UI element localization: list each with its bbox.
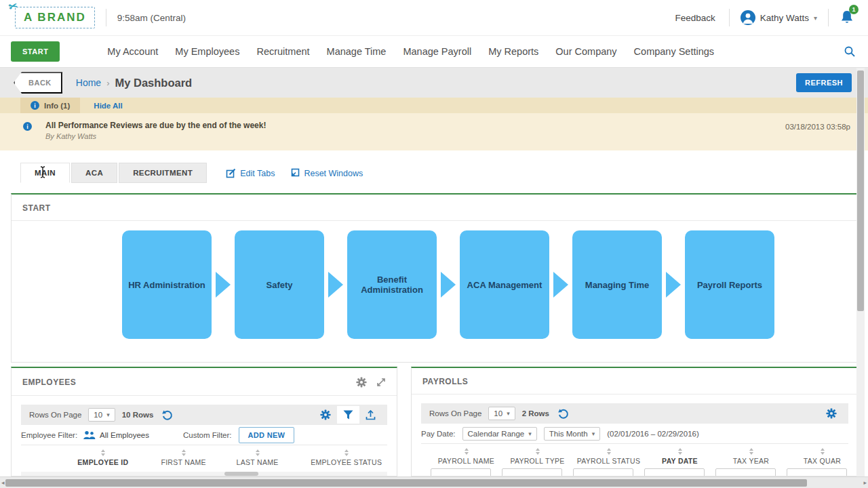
hide-all-link[interactable]: Hide All	[94, 98, 122, 113]
flow-step-payroll-reports[interactable]: Payroll Reports	[685, 230, 774, 339]
column-filter-input[interactable]	[431, 468, 491, 476]
column-label: TAX QUAR	[804, 457, 841, 465]
column-first-name[interactable]: FIRST NAME	[149, 449, 219, 466]
sort-icon[interactable]	[749, 448, 753, 455]
flow-step-managing-time[interactable]: Managing Time	[572, 230, 662, 339]
column-payroll-name[interactable]: PAYROLL NAME	[431, 448, 502, 465]
nav-item-company-settings[interactable]: Company Settings	[634, 46, 714, 57]
column-filter-input[interactable]	[715, 468, 776, 476]
notifications-button[interactable]: 1	[840, 9, 854, 26]
flow-step-hr-administration[interactable]: HR Administration	[122, 230, 212, 339]
rows-on-page-label: Rows On Page	[429, 409, 481, 418]
column-label: PAYROLL STATUS	[577, 457, 640, 465]
flow-step-safety[interactable]: Safety	[235, 230, 324, 339]
export-button[interactable]	[359, 406, 382, 424]
gear-icon[interactable]	[356, 377, 367, 388]
tab-aca[interactable]: ACA	[71, 163, 117, 183]
nav-item-manage-time[interactable]: Manage Time	[327, 46, 387, 57]
tab-recruitment[interactable]: RECRUITMENT	[119, 163, 207, 183]
sort-icon[interactable]	[182, 449, 186, 456]
horizontal-scrollbar[interactable]: ◂ ▸	[0, 476, 868, 488]
refresh-icon[interactable]	[557, 408, 569, 420]
period-select[interactable]: This Month ▾	[544, 427, 600, 441]
flow-step-aca-management[interactable]: ACA Management	[460, 230, 549, 339]
info-tab-label: Info (1)	[44, 102, 70, 110]
scrollbar-thumb[interactable]	[857, 70, 864, 311]
brand-logo[interactable]: ✂ A BRAND	[15, 7, 95, 28]
sort-icon[interactable]	[344, 449, 349, 456]
add-new-filter-button[interactable]: ADD NEW	[239, 427, 295, 443]
column-tax-year[interactable]: TAX YEAR	[715, 448, 787, 465]
employees-horizontal-scrollbar[interactable]	[21, 472, 387, 476]
column-pay-date[interactable]: PAY DATE	[644, 448, 715, 465]
column-filter-input[interactable]	[644, 468, 705, 476]
column-employee-id[interactable]: EMPLOYEE ID	[58, 449, 149, 466]
column-filter-input[interactable]	[502, 468, 562, 476]
arrow-right-icon	[441, 272, 456, 298]
rows-per-page-select[interactable]: 10 ▾	[488, 407, 515, 420]
employee-filter-value[interactable]: All Employees	[100, 431, 149, 439]
employees-people-icon	[83, 430, 96, 440]
feedback-link[interactable]: Feedback	[675, 13, 715, 23]
brand-logo-text: A BRAND	[24, 11, 86, 24]
sort-icon[interactable]	[821, 448, 825, 455]
search-button[interactable]	[844, 45, 856, 58]
nav-item-our-company[interactable]: Our Company	[555, 46, 616, 57]
column-label: TAX YEAR	[733, 457, 769, 465]
sort-icon[interactable]	[536, 448, 540, 455]
alert-timestamp: 03/18/2013 03:58p	[785, 121, 850, 150]
edit-tabs-button[interactable]: Edit Tabs	[226, 168, 275, 178]
employees-panel-title: EMPLOYEES	[22, 378, 76, 387]
nav-item-my-employees[interactable]: My Employees	[175, 46, 239, 57]
tab-main[interactable]: MAIN	[20, 163, 70, 183]
column-payroll-type[interactable]: PAYROLL TYPE	[502, 448, 573, 465]
expand-icon[interactable]	[376, 378, 386, 387]
column-label: PAYROLL NAME	[438, 457, 494, 465]
notification-badge: 1	[849, 5, 859, 14]
nav-item-manage-payroll[interactable]: Manage Payroll	[403, 46, 471, 57]
info-tab[interactable]: i Info (1)	[20, 98, 80, 113]
nav-item-my-reports[interactable]: My Reports	[488, 46, 538, 57]
arrow-right-icon	[216, 272, 231, 298]
column-employee-status[interactable]: EMPLOYEE STATUS	[296, 449, 397, 466]
workflow-row: HR Administration Safety Benefit Adminis…	[12, 221, 858, 339]
chevron-down-icon: ▾	[528, 430, 532, 437]
column-filter-input[interactable]	[787, 468, 847, 476]
export-icon	[366, 410, 376, 420]
chevron-down-icon: ▾	[507, 410, 510, 417]
nav-item-my-account[interactable]: My Account	[107, 46, 158, 57]
vertical-scrollbar[interactable]	[856, 68, 865, 476]
sort-icon[interactable]	[607, 448, 611, 455]
employee-filter-row: Employee Filter: All Employees Custom Fi…	[21, 425, 387, 445]
scroll-right-arrow[interactable]: ▸	[863, 479, 867, 486]
rows-per-page-value: 10	[94, 411, 102, 419]
sort-icon[interactable]	[678, 448, 682, 455]
scroll-left-arrow[interactable]: ◂	[1, 479, 5, 486]
range-type-select[interactable]: Calendar Range ▾	[462, 427, 537, 441]
column-payroll-status[interactable]: PAYROLL STATUS	[573, 448, 644, 465]
column-tax-quarter[interactable]: TAX QUAR	[787, 448, 858, 465]
column-filter-input[interactable]	[573, 468, 633, 476]
start-button[interactable]: START	[11, 41, 60, 62]
filter-button[interactable]	[337, 406, 359, 424]
nav-item-recruitment[interactable]: Recruitment	[256, 46, 309, 57]
scrollbar-thumb[interactable]	[224, 472, 258, 476]
refresh-icon[interactable]	[161, 409, 173, 421]
rows-per-page-select[interactable]: 10 ▾	[88, 408, 115, 422]
sort-icon[interactable]	[101, 449, 105, 456]
reset-windows-button[interactable]: Reset Windows	[290, 168, 363, 178]
user-menu[interactable]: Kathy Watts ▾	[741, 10, 817, 25]
refresh-button[interactable]: REFRESH	[796, 73, 852, 92]
arrow-right-icon	[328, 272, 343, 298]
back-button[interactable]: BACK	[14, 72, 62, 94]
flow-step-benefit-administration[interactable]: Benefit Administration	[347, 230, 437, 339]
column-last-name[interactable]: LAST NAME	[219, 449, 296, 466]
column-label: EMPLOYEE ID	[77, 458, 128, 466]
info-icon: i	[31, 101, 39, 110]
grid-settings-button[interactable]	[820, 404, 843, 423]
sort-icon[interactable]	[465, 448, 469, 455]
sort-icon[interactable]	[256, 449, 260, 456]
grid-settings-button[interactable]	[314, 405, 337, 424]
scrollbar-thumb[interactable]	[5, 479, 807, 487]
breadcrumb-home[interactable]: Home	[76, 77, 101, 88]
